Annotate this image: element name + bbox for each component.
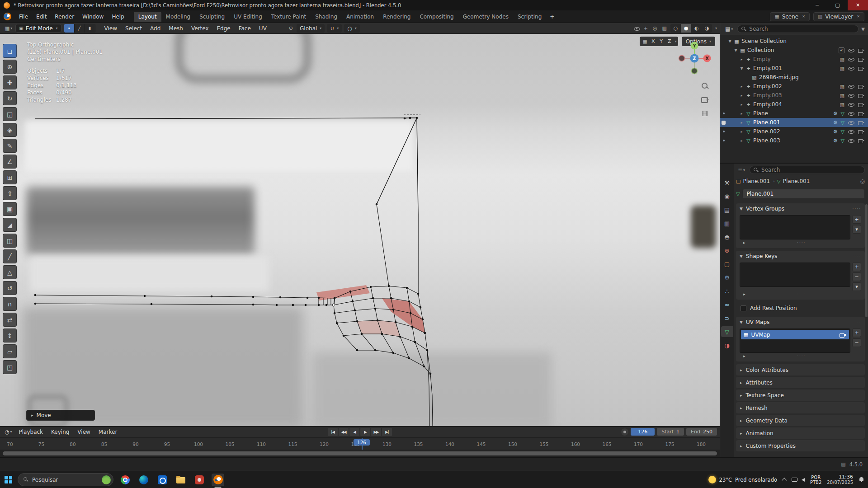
axis-z-label[interactable]: Z — [693, 56, 696, 61]
frame-start-field[interactable]: Start 1 — [657, 428, 684, 436]
properties-search-input[interactable]: Search — [750, 166, 865, 174]
properties-tab-object-data[interactable]: ▽ — [721, 326, 733, 337]
outliner-editor-type-button[interactable]: ▤ ▾ — [723, 26, 735, 32]
outliner-expand-arrow[interactable]: ▸ — [739, 103, 745, 107]
outliner-expand-arrow[interactable]: ▼ — [727, 39, 733, 43]
mesh-vertex[interactable] — [376, 203, 378, 206]
disable-render-toggle[interactable] — [858, 128, 865, 135]
network-icon[interactable] — [792, 478, 797, 482]
mesh-vertex[interactable] — [410, 312, 412, 314]
shading-rendered[interactable]: ◑ — [702, 24, 712, 33]
mesh-vertex[interactable] — [422, 319, 424, 321]
playhead-frame-label[interactable]: 126 — [354, 439, 370, 446]
taskbar-app-files[interactable] — [175, 474, 187, 486]
tool-rip-region[interactable]: ◰ — [3, 360, 17, 374]
outliner-row-empty[interactable]: ▸+Empty▧ — [720, 55, 868, 64]
shape-keys-list[interactable] — [740, 263, 850, 287]
timeline-scroll-thumb[interactable] — [3, 451, 717, 455]
xray-toggle[interactable]: ▥ — [661, 25, 668, 31]
pin-icon[interactable]: ◎ — [860, 178, 865, 184]
camera-view-icon[interactable] — [701, 95, 709, 103]
properties-tab-render[interactable]: ◉ — [721, 191, 733, 202]
tool-loop-cut[interactable]: ◫ — [3, 234, 17, 248]
mesh-vertex[interactable] — [144, 295, 146, 297]
blender-menu-icon[interactable] — [4, 13, 11, 20]
mesh-vertex[interactable] — [414, 341, 416, 343]
outliner-expand-arrow[interactable]: ▼ — [739, 66, 745, 70]
clock-widget[interactable]: 11:36 28/07/2025 — [827, 474, 853, 485]
disable-render-toggle[interactable] — [858, 65, 865, 71]
panel-remesh[interactable]: ▸Remesh — [736, 402, 865, 413]
hide-viewport-toggle[interactable] — [848, 128, 854, 135]
mesh-vertex[interactable] — [374, 308, 377, 310]
properties-tab-material[interactable]: ◑ — [721, 340, 733, 351]
outliner-expand-arrow[interactable]: ▸ — [739, 84, 745, 89]
workspace-tab-scripting[interactable]: Scripting — [513, 12, 546, 22]
timeline-menu-marker[interactable]: Marker — [94, 427, 121, 436]
tool-bevel[interactable]: ◢ — [3, 218, 17, 232]
breadcrumb-data[interactable]: Plane.001 — [783, 178, 810, 184]
axis-x-label[interactable]: X — [705, 56, 709, 61]
mesh-vertex[interactable] — [404, 117, 406, 120]
properties-tab-physics[interactable]: ≈ — [721, 299, 733, 310]
mesh-vertex[interactable] — [34, 303, 37, 305]
shape-key-specials-button[interactable]: ▾ — [852, 282, 861, 291]
mesh-vertex[interactable] — [390, 297, 392, 300]
3d-viewport[interactable]: ◻⊕✚↻◱◈✎∠⊞⇧▣◢◫╱△↺∩⇄↕▱◰ Top Orthographic (… — [0, 34, 720, 426]
mesh-vertex[interactable] — [356, 320, 359, 323]
properties-tab-modifiers[interactable]: ⚙ — [721, 272, 733, 283]
workspace-tab-compositing[interactable]: Compositing — [415, 12, 458, 22]
panel-texture-space[interactable]: ▸Texture Space — [736, 389, 865, 401]
uv-map-item[interactable]: ▦ UVMap — [741, 330, 849, 339]
zoom-icon[interactable] — [701, 82, 709, 90]
remove-uv-map-button[interactable]: − — [852, 338, 861, 347]
shading-solid[interactable]: ● — [681, 24, 691, 33]
mesh-vertex[interactable] — [334, 297, 336, 300]
viewport-menu-select[interactable]: Select — [121, 24, 146, 33]
mesh-vertex[interactable] — [417, 293, 420, 295]
transport-jump-to-start[interactable]: |◀ — [328, 428, 338, 436]
notifications-icon[interactable] — [859, 477, 864, 483]
workspace-tab-sculpting[interactable]: Sculpting — [195, 12, 229, 22]
pivot-point-icon[interactable]: ⊙ — [288, 25, 294, 31]
properties-tab-output[interactable]: ▤ — [721, 204, 733, 215]
timeline-scrollbar[interactable] — [0, 450, 720, 457]
mesh-vertex[interactable] — [279, 296, 282, 299]
menu-edit[interactable]: Edit — [32, 12, 51, 21]
taskbar-search-input[interactable]: Pesquisar — [18, 473, 113, 486]
frame-end-field[interactable]: End 250 — [686, 428, 717, 436]
mesh-vertex[interactable] — [333, 304, 335, 306]
minimize-button[interactable]: ─ — [807, 0, 827, 10]
gizmo-mini-icon[interactable]: ▦ — [641, 38, 648, 44]
tool-shear[interactable]: ▱ — [3, 344, 17, 358]
outliner-search-input[interactable]: Search — [737, 25, 859, 33]
unlink-viewlayer-icon[interactable]: ✕ — [857, 14, 860, 19]
mesh-vertex[interactable] — [252, 304, 255, 306]
add-rest-position-checkbox[interactable] — [741, 305, 746, 311]
current-frame-field[interactable]: 126 — [631, 428, 655, 436]
mesh-vertex[interactable] — [399, 336, 401, 338]
outliner-row-plane[interactable]: ▸▽Plane⚙▽ — [720, 109, 868, 118]
tool-rotate[interactable]: ↻ — [3, 91, 17, 105]
mesh-vertex[interactable] — [374, 349, 377, 352]
viewport-menu-mesh[interactable]: Mesh — [165, 24, 187, 33]
outliner-row-plane-001[interactable]: ▸▽Plane.001⚙▽ — [720, 118, 868, 127]
outliner-row-empty-003[interactable]: ▸+Empty.003▧ — [720, 91, 868, 100]
outliner-row-scene-collection[interactable]: ▼▦Scene Collection — [720, 37, 868, 46]
shading-material[interactable]: ◐ — [691, 24, 702, 33]
disable-render-toggle[interactable] — [858, 137, 865, 144]
disable-render-toggle[interactable] — [858, 101, 865, 108]
mesh-vertex[interactable] — [252, 296, 255, 298]
mode-dropdown[interactable]: ▣ Edit Mode ▾ — [15, 24, 61, 33]
editor-type-button[interactable]: ▦ ▾ — [3, 25, 14, 32]
tool-scale[interactable]: ◱ — [3, 107, 17, 121]
outliner-row-empty-002[interactable]: ▸+Empty.002▧ — [720, 82, 868, 91]
menu-window[interactable]: Window — [78, 12, 108, 21]
mesh-vertex[interactable] — [354, 310, 356, 312]
mesh-vertex[interactable] — [392, 309, 395, 311]
mesh-vertex[interactable] — [411, 326, 414, 328]
select-mode-face[interactable]: ▮ — [85, 24, 95, 33]
add-workspace-button[interactable]: + — [546, 13, 558, 21]
outliner-expand-arrow[interactable]: ▸ — [739, 121, 745, 125]
expand-arrow-icon[interactable]: ▸ — [743, 292, 745, 296]
